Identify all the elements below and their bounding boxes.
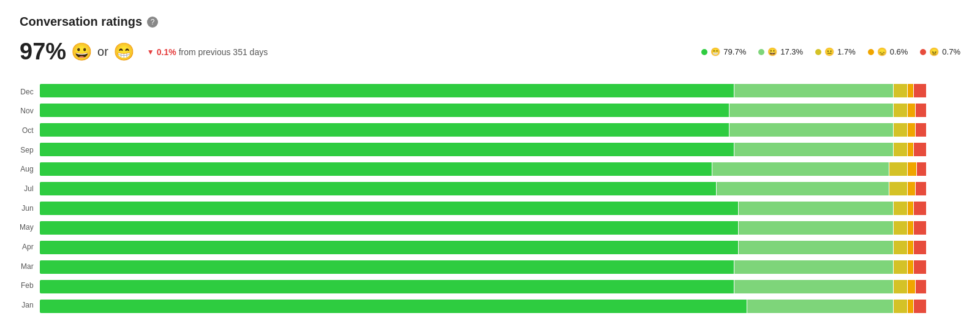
bar-segment-5 [914, 241, 926, 254]
bar-segment-1 [40, 84, 734, 97]
legend-value: 79.7% [723, 47, 746, 56]
bar-segment-2 [734, 260, 894, 274]
bar-row [40, 82, 960, 99]
legend-emoji: 😐 [824, 47, 834, 56]
bar-segment-3 [889, 182, 907, 195]
legend-color-dot [758, 49, 764, 55]
change-percentage: 0.1% [157, 47, 176, 57]
bar-segment-2 [734, 143, 894, 156]
bar-track [40, 280, 960, 293]
legend-emoji: 😀 [767, 47, 777, 56]
bar-segment-3 [894, 300, 907, 313]
legend-emoji: 😞 [877, 47, 887, 56]
y-axis-label: Feb [20, 277, 34, 294]
legend-item: 😁 79.7% [701, 47, 746, 56]
change-description: from previous 351 days [179, 47, 268, 57]
bar-segment-2 [712, 162, 889, 176]
chart-right: 0%20%40%60%80%10 [40, 82, 960, 321]
bar-segment-3 [894, 104, 907, 117]
bar-row [40, 121, 960, 138]
bar-segment-1 [40, 280, 734, 293]
bar-segment-4 [908, 84, 913, 97]
bar-segment-4 [908, 300, 913, 313]
bar-segment-2 [739, 221, 894, 235]
bar-segment-4 [908, 221, 913, 235]
legend: 😁 79.7% 😀 17.3% 😐 1.7% 😞 0.6% 😠 0.7% [701, 47, 960, 56]
y-axis-label: Mar [20, 258, 34, 275]
y-axis-labels: DecNovOctSepAugJulJunMayAprMarFebJan [20, 82, 40, 321]
legend-item: 😐 1.7% [815, 47, 856, 56]
bar-segment-5 [916, 280, 926, 293]
change-badge: ▼ 0.1% from previous 351 days [147, 47, 268, 57]
bar-track [40, 104, 960, 117]
bar-segment-1 [40, 300, 747, 313]
y-axis-label: Jul [20, 180, 34, 197]
y-axis-label: Aug [20, 160, 34, 178]
help-icon[interactable]: ? [147, 17, 158, 28]
y-axis-label: Jan [20, 296, 34, 314]
bar-segment-5 [914, 143, 926, 156]
bar-segment-4 [908, 123, 915, 137]
title-row: Conversation ratings ? [20, 15, 960, 29]
bar-segment-3 [894, 241, 907, 254]
bar-segment-5 [914, 84, 926, 97]
bar-segment-2 [739, 241, 894, 254]
happy-emoji: 😀 [71, 42, 92, 62]
y-axis-label: May [20, 219, 34, 236]
x-axis: 0%20%40%60%80%10 [40, 315, 960, 321]
bar-segment-1 [40, 202, 738, 215]
legend-color-dot [868, 49, 874, 55]
stats-row: 97% 😀 or 😁 ▼ 0.1% from previous 351 days… [20, 39, 960, 65]
bar-segment-2 [717, 182, 889, 195]
bar-track [40, 241, 960, 254]
page-title: Conversation ratings [20, 15, 142, 29]
bar-track [40, 182, 960, 195]
y-axis-label: Nov [20, 102, 34, 119]
bar-track [40, 143, 960, 156]
bar-segment-1 [40, 162, 712, 176]
bar-segment-4 [908, 280, 915, 293]
main-percentage: 97% [20, 39, 66, 65]
bar-segment-5 [916, 182, 926, 195]
legend-value: 17.3% [780, 47, 803, 56]
bar-track [40, 162, 960, 176]
legend-value: 0.6% [890, 47, 908, 56]
legend-value: 0.7% [942, 47, 960, 56]
y-axis-label: Dec [20, 83, 34, 100]
legend-color-dot [701, 49, 707, 55]
bar-row [40, 298, 960, 315]
bar-segment-1 [40, 123, 729, 137]
bar-segment-5 [914, 202, 926, 215]
bar-segment-2 [747, 300, 893, 313]
bar-segment-5 [916, 123, 926, 137]
bar-track [40, 260, 960, 274]
bar-row [40, 141, 960, 158]
bar-segment-1 [40, 260, 734, 274]
legend-item: 😀 17.3% [758, 47, 803, 56]
bar-segment-4 [908, 182, 915, 195]
very-happy-emoji: 😁 [113, 42, 135, 62]
bar-segment-5 [914, 221, 926, 235]
bar-segment-2 [729, 104, 893, 117]
legend-emoji: 😠 [929, 47, 939, 56]
bar-row [40, 160, 960, 178]
bar-segment-2 [729, 123, 893, 137]
legend-color-dot [815, 49, 821, 55]
chart-area: DecNovOctSepAugJulJunMayAprMarFebJan 0%2… [20, 82, 960, 321]
bar-segment-3 [894, 202, 907, 215]
bar-track [40, 84, 960, 97]
bar-segment-1 [40, 143, 734, 156]
bar-segment-5 [916, 104, 926, 117]
bar-segment-1 [40, 104, 729, 117]
legend-item: 😠 0.7% [920, 47, 960, 56]
bar-segment-3 [894, 123, 907, 137]
y-axis-label: Apr [20, 238, 34, 255]
legend-color-dot [920, 49, 926, 55]
bar-row [40, 200, 960, 217]
bar-segment-4 [908, 104, 915, 117]
bar-segment-3 [894, 221, 907, 235]
bar-segment-3 [894, 143, 907, 156]
bar-row [40, 180, 960, 197]
bar-track [40, 202, 960, 215]
bar-row [40, 102, 960, 119]
